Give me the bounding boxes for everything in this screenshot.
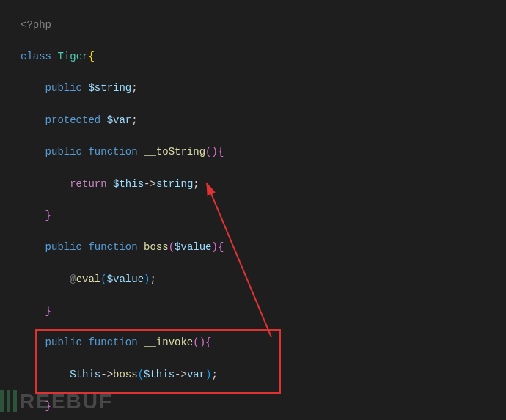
watermark: REEBUF <box>0 386 113 417</box>
watermark-bars <box>0 390 17 412</box>
code-line: } <box>21 303 506 320</box>
code-line: public function boss($value){ <box>21 240 506 256</box>
code-line: public function __toString(){ <box>21 144 506 161</box>
code-line: public $string; <box>21 81 506 97</box>
code-line: <?php <box>21 18 506 34</box>
code-line: class Tiger{ <box>21 49 506 65</box>
code-line: } <box>21 208 506 224</box>
line-gutter <box>0 1 18 420</box>
code-line: $this->boss($this->var); <box>21 367 506 383</box>
invoke-var-prop: var <box>187 369 205 380</box>
code-line: @eval($value); <box>21 272 506 288</box>
code-editor[interactable]: <?php class Tiger{ public $string; prote… <box>0 0 506 420</box>
code-content[interactable]: <?php class Tiger{ public $string; prote… <box>18 1 506 420</box>
code-line: return $this->string; <box>21 177 506 193</box>
code-line: public function __invoke(){ <box>21 335 506 351</box>
watermark-text: REEBUF <box>20 386 113 417</box>
code-line: protected $var; <box>21 113 506 129</box>
